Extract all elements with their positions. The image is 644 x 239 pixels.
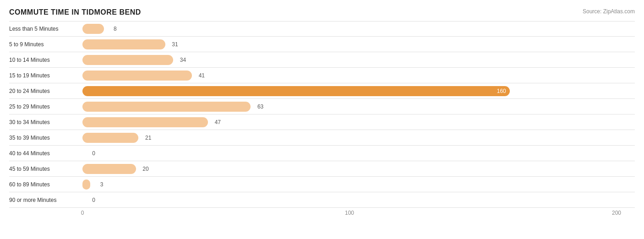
bar-track: 41 [82,71,635,81]
table-row: 15 to 19 Minutes41 [9,68,635,83]
bar-value: 0 [92,197,95,203]
bar-value: 8 [114,26,117,32]
bar-label: 40 to 44 Minutes [9,150,82,157]
bar-track: 160 [82,86,635,96]
bar-track: 34 [82,55,635,65]
table-row: 30 to 34 Minutes47 [9,114,635,130]
x-tick: 100 [345,210,354,216]
bar-fill: 8 [82,24,104,34]
table-row: 5 to 9 Minutes31 [9,37,635,52]
bar-label: 10 to 14 Minutes [9,57,82,63]
bar-fill: 41 [82,71,192,81]
bar-value: 41 [199,72,205,79]
bar-fill: 47 [82,117,208,127]
bar-track: 0 [82,148,635,158]
bar-fill: 63 [82,102,251,112]
bar-label: 90 or more Minutes [9,197,82,203]
bar-label: 45 to 59 Minutes [9,166,82,172]
bar-fill: 20 [82,164,136,174]
chart-container: COMMUTE TIME IN TIDMORE BEND Source: Zip… [0,0,644,239]
bar-label: 5 to 9 Minutes [9,41,82,48]
x-tick: 0 [81,210,84,216]
bar-label: Less than 5 Minutes [9,26,82,32]
source-label: Source: ZipAtlas.com [583,8,635,15]
table-row: 45 to 59 Minutes20 [9,161,635,177]
chart-title: COMMUTE TIME IN TIDMORE BEND [9,8,635,16]
bar-track: 3 [82,179,635,190]
bar-value: 160 [497,88,506,94]
bar-value: 20 [142,166,148,172]
bar-value: 3 [100,181,104,188]
bar-track: 0 [82,195,635,205]
bar-label: 25 to 29 Minutes [9,103,82,110]
bar-track: 8 [82,24,635,34]
table-row: Less than 5 Minutes8 [9,21,635,37]
bars-wrapper: Less than 5 Minutes85 to 9 Minutes3110 t… [9,21,635,208]
bar-value: 47 [215,119,221,125]
bar-value: 21 [145,135,151,141]
bar-label: 15 to 19 Minutes [9,72,82,79]
table-row: 20 to 24 Minutes160 [9,83,635,99]
bar-track: 47 [82,117,635,127]
bar-track: 63 [82,102,635,112]
table-row: 10 to 14 Minutes34 [9,52,635,68]
table-row: 90 or more Minutes0 [9,192,635,208]
bar-value: 34 [180,57,186,63]
table-row: 25 to 29 Minutes63 [9,99,635,114]
table-row: 35 to 39 Minutes21 [9,130,635,146]
bar-value: 63 [257,103,263,110]
bar-label: 20 to 24 Minutes [9,88,82,94]
bar-value: 31 [172,41,178,48]
bar-track: 21 [82,133,635,143]
bar-fill: 21 [82,133,138,143]
table-row: 40 to 44 Minutes0 [9,146,635,161]
bar-label: 35 to 39 Minutes [9,135,82,141]
bar-label: 60 to 89 Minutes [9,181,82,188]
bar-value: 0 [92,150,95,157]
bar-track: 20 [82,164,635,174]
bar-fill: 34 [82,55,173,65]
bar-fill: 3 [82,179,90,190]
x-tick: 200 [612,210,621,216]
table-row: 60 to 89 Minutes3 [9,177,635,192]
bar-fill: 31 [82,39,165,49]
bar-fill: 160 [82,86,510,96]
bar-label: 30 to 34 Minutes [9,119,82,125]
bar-track: 31 [82,39,635,49]
x-axis: 0100200 [82,210,635,219]
chart-area: Less than 5 Minutes85 to 9 Minutes3110 t… [9,21,635,219]
